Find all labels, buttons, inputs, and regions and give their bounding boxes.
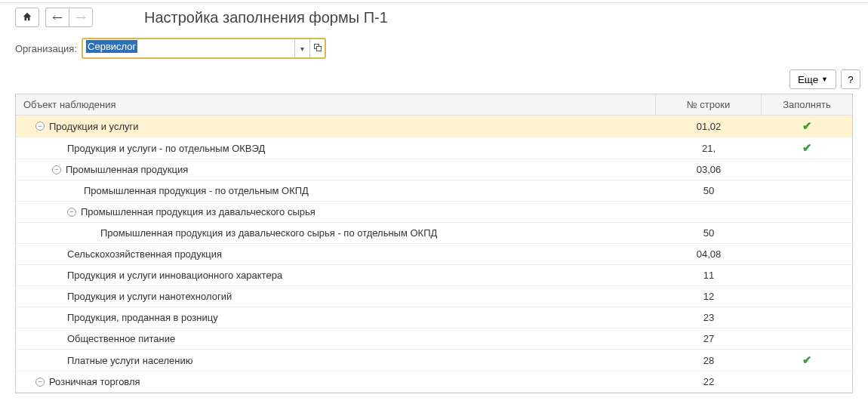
row-label: Промышленная продукция [66,164,188,175]
row-fill-cell[interactable] [762,293,852,301]
row-name-cell: Платные услуги населению [16,351,656,370]
grid-header: Объект наблюдения № строки Заполнять [16,94,852,116]
row-name-cell: −Промышленная продукция из давальческого… [16,202,656,221]
table-row[interactable]: Общественное питание27 [16,328,852,350]
row-name-cell: Продукция и услуги нанотехнологий [16,287,656,306]
check-icon: ✔ [802,353,812,366]
row-num-cell: 04,08 [656,245,762,264]
row-fill-cell[interactable] [762,187,852,195]
help-label: ? [848,74,853,85]
more-label: Еще [798,74,818,85]
org-value: Сервислог [86,40,137,53]
row-label: Промышленная продукция из давальческого … [100,227,437,239]
row-num-cell: 23 [656,308,762,327]
row-name-cell: Промышленная продукция из давальческого … [16,224,656,242]
row-fill-cell[interactable]: ✔ [762,116,852,137]
row-name-cell: −Продукция и услуги [16,117,656,136]
row-num-cell: 22 [656,372,762,391]
org-field[interactable]: Сервислог ▾ [82,38,326,59]
header-fill[interactable]: Заполнять [762,94,852,115]
table-row[interactable]: Сельскохозяйственная продукция04,08 [16,244,852,265]
row-num-cell: 12 [656,287,762,306]
row-num-cell: 28 [656,351,762,370]
grid: Объект наблюдения № строки Заполнять −Пр… [15,94,853,393]
row-name-cell: Продукция, проданная в розницу [16,308,656,327]
row-label: Продукция и услуги [49,121,138,132]
chevron-down-icon: ▾ [300,45,304,53]
row-num-cell: 50 [656,181,762,200]
table-row[interactable]: Продукция, проданная в розницу23 [16,307,852,328]
row-label: Продукция, проданная в розницу [67,312,218,323]
row-fill-cell[interactable] [762,378,852,386]
row-num-cell: 27 [656,329,762,348]
row-label: Розничная торговля [49,376,140,387]
table-row[interactable]: Продукция и услуги инновационного характ… [16,265,852,286]
row-fill-cell[interactable] [762,166,852,174]
table-row[interactable]: −Продукция и услуги01,02✔ [16,116,852,137]
row-num-cell: 03,06 [656,160,762,179]
table-row[interactable]: Платные услуги населению28✔ [16,350,852,372]
toolbar: 🡐 🡒 Настройка заполнения формы П-1 [0,3,868,32]
home-button[interactable] [15,8,39,27]
row-name-cell: Продукция и услуги - по отдельным ОКВЭД [16,139,656,158]
more-button[interactable]: Еще ▼ [790,69,836,89]
row-label: Платные услуги населению [67,355,192,366]
check-icon: ✔ [802,141,812,154]
row-label: Продукция и услуги инновационного характ… [67,270,282,281]
open-icon [314,44,322,53]
check-icon: ✔ [802,119,812,132]
header-name[interactable]: Объект наблюдения [16,94,656,115]
row-fill-cell[interactable] [762,230,852,237]
row-label: Продукция и услуги нанотехнологий [67,291,232,302]
row-label: Промышленная продукция - по отдельным ОК… [84,185,309,196]
page-title: Настройка заполнения формы П-1 [144,9,388,26]
chevron-down-icon: ▼ [821,76,828,83]
table-row[interactable]: Продукция и услуги нанотехнологий12 [16,286,852,307]
row-fill-cell[interactable] [762,272,852,279]
tree-toggle-icon[interactable]: − [52,165,61,174]
actions-row: Еще ▼ ? [0,65,868,94]
forward-button[interactable]: 🡒 [69,8,93,27]
row-name-cell: Общественное питание [16,329,656,348]
row-name-cell: Продукция и услуги инновационного характ… [16,266,656,285]
header-num[interactable]: № строки [656,94,762,115]
row-label: Сельскохозяйственная продукция [67,248,222,260]
tree-toggle-icon[interactable]: − [67,208,76,217]
row-name-cell: −Розничная торговля [16,372,656,391]
row-name-cell: Сельскохозяйственная продукция [16,245,656,264]
svg-rect-1 [316,47,321,51]
org-dropdown-button[interactable]: ▾ [294,39,309,57]
grid-body: −Продукция и услуги01,02✔Продукция и усл… [16,116,852,393]
row-num-cell [656,208,762,216]
row-fill-cell[interactable] [762,314,852,322]
help-button[interactable]: ? [841,69,860,89]
arrow-right-icon: 🡒 [75,11,86,23]
row-num-cell: 01,02 [656,117,762,136]
row-label: Промышленная продукция из давальческого … [81,206,315,217]
tree-toggle-icon[interactable]: − [35,122,45,131]
org-label: Организация: [15,43,77,54]
table-row[interactable]: −Промышленная продукция03,06 [16,159,852,180]
row-num-cell: 11 [656,266,762,285]
table-row[interactable]: −Розничная торговля22 [16,372,852,393]
table-row[interactable]: Продукция и услуги - по отдельным ОКВЭД2… [16,137,852,159]
arrow-left-icon: 🡐 [52,11,63,23]
table-row[interactable]: Промышленная продукция - по отдельным ОК… [16,180,852,202]
row-name-cell: Промышленная продукция - по отдельным ОК… [16,181,656,200]
row-fill-cell[interactable]: ✔ [762,350,852,371]
table-row[interactable]: Промышленная продукция из давальческого … [16,223,852,244]
org-row: Организация: Сервислог ▾ [0,32,868,65]
row-fill-cell[interactable] [762,208,852,216]
tree-toggle-icon[interactable]: − [35,378,45,387]
row-name-cell: −Промышленная продукция [16,160,656,179]
org-input[interactable]: Сервислог [83,39,294,57]
row-label: Общественное питание [67,333,175,344]
row-fill-cell[interactable] [762,251,852,258]
nav-group: 🡐 🡒 [45,8,93,27]
row-num-cell: 21, [656,139,762,158]
row-fill-cell[interactable]: ✔ [762,137,852,159]
table-row[interactable]: −Промышленная продукция из давальческого… [16,202,852,223]
org-open-button[interactable] [309,39,325,57]
back-button[interactable]: 🡐 [45,8,69,27]
row-fill-cell[interactable] [762,335,852,343]
